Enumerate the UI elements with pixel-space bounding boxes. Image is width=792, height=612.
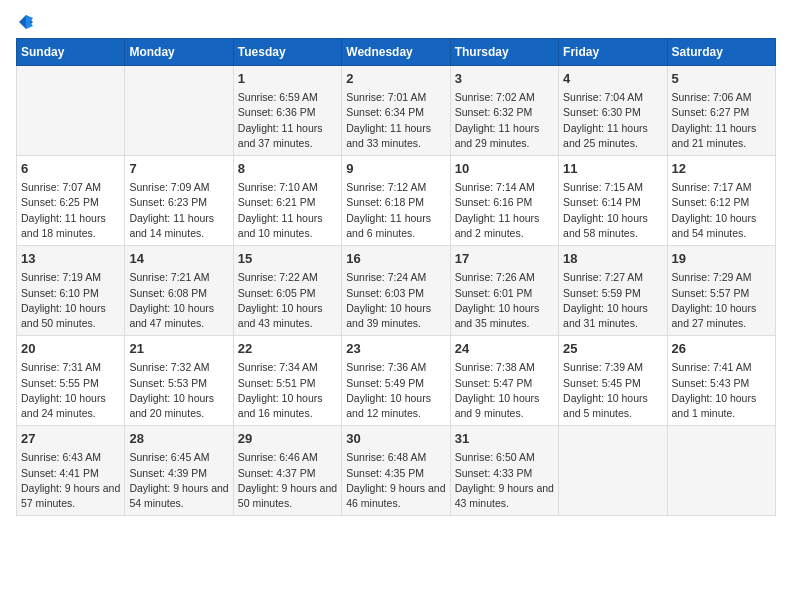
cell-content: Sunrise: 7:34 AM Sunset: 5:51 PM Dayligh… — [238, 360, 337, 421]
day-number: 7 — [129, 160, 228, 178]
calendar-cell: 4Sunrise: 7:04 AM Sunset: 6:30 PM Daylig… — [559, 66, 667, 156]
cell-content: Sunrise: 7:17 AM Sunset: 6:12 PM Dayligh… — [672, 180, 771, 241]
cell-content: Sunrise: 7:21 AM Sunset: 6:08 PM Dayligh… — [129, 270, 228, 331]
cell-content: Sunrise: 7:32 AM Sunset: 5:53 PM Dayligh… — [129, 360, 228, 421]
calendar-cell: 18Sunrise: 7:27 AM Sunset: 5:59 PM Dayli… — [559, 246, 667, 336]
calendar-cell: 11Sunrise: 7:15 AM Sunset: 6:14 PM Dayli… — [559, 156, 667, 246]
day-number: 3 — [455, 70, 554, 88]
day-number: 22 — [238, 340, 337, 358]
day-number: 20 — [21, 340, 120, 358]
calendar-week-row: 6Sunrise: 7:07 AM Sunset: 6:25 PM Daylig… — [17, 156, 776, 246]
cell-content: Sunrise: 7:01 AM Sunset: 6:34 PM Dayligh… — [346, 90, 445, 151]
day-of-week-header: Monday — [125, 39, 233, 66]
logo — [16, 16, 34, 30]
calendar-cell: 12Sunrise: 7:17 AM Sunset: 6:12 PM Dayli… — [667, 156, 775, 246]
day-number: 9 — [346, 160, 445, 178]
day-number: 21 — [129, 340, 228, 358]
calendar-week-row: 1Sunrise: 6:59 AM Sunset: 6:36 PM Daylig… — [17, 66, 776, 156]
calendar-cell: 31Sunrise: 6:50 AM Sunset: 4:33 PM Dayli… — [450, 426, 558, 516]
cell-content: Sunrise: 7:15 AM Sunset: 6:14 PM Dayligh… — [563, 180, 662, 241]
day-number: 15 — [238, 250, 337, 268]
day-number: 8 — [238, 160, 337, 178]
cell-content: Sunrise: 7:09 AM Sunset: 6:23 PM Dayligh… — [129, 180, 228, 241]
cell-content: Sunrise: 7:36 AM Sunset: 5:49 PM Dayligh… — [346, 360, 445, 421]
calendar-cell — [125, 66, 233, 156]
day-number: 5 — [672, 70, 771, 88]
cell-content: Sunrise: 7:19 AM Sunset: 6:10 PM Dayligh… — [21, 270, 120, 331]
day-number: 10 — [455, 160, 554, 178]
day-of-week-header: Friday — [559, 39, 667, 66]
cell-content: Sunrise: 7:41 AM Sunset: 5:43 PM Dayligh… — [672, 360, 771, 421]
day-number: 17 — [455, 250, 554, 268]
day-number: 24 — [455, 340, 554, 358]
calendar-cell: 9Sunrise: 7:12 AM Sunset: 6:18 PM Daylig… — [342, 156, 450, 246]
day-number: 23 — [346, 340, 445, 358]
page-header — [16, 16, 776, 30]
day-of-week-header: Thursday — [450, 39, 558, 66]
day-number: 30 — [346, 430, 445, 448]
calendar-cell: 20Sunrise: 7:31 AM Sunset: 5:55 PM Dayli… — [17, 336, 125, 426]
day-number: 13 — [21, 250, 120, 268]
calendar-cell — [667, 426, 775, 516]
day-of-week-header: Tuesday — [233, 39, 341, 66]
day-number: 31 — [455, 430, 554, 448]
cell-content: Sunrise: 7:26 AM Sunset: 6:01 PM Dayligh… — [455, 270, 554, 331]
calendar-cell: 14Sunrise: 7:21 AM Sunset: 6:08 PM Dayli… — [125, 246, 233, 336]
calendar-cell: 1Sunrise: 6:59 AM Sunset: 6:36 PM Daylig… — [233, 66, 341, 156]
cell-content: Sunrise: 7:12 AM Sunset: 6:18 PM Dayligh… — [346, 180, 445, 241]
calendar-header-row: SundayMondayTuesdayWednesdayThursdayFrid… — [17, 39, 776, 66]
day-number: 11 — [563, 160, 662, 178]
calendar-cell: 30Sunrise: 6:48 AM Sunset: 4:35 PM Dayli… — [342, 426, 450, 516]
day-number: 25 — [563, 340, 662, 358]
day-number: 4 — [563, 70, 662, 88]
day-of-week-header: Saturday — [667, 39, 775, 66]
day-number: 12 — [672, 160, 771, 178]
calendar-cell: 13Sunrise: 7:19 AM Sunset: 6:10 PM Dayli… — [17, 246, 125, 336]
day-number: 26 — [672, 340, 771, 358]
cell-content: Sunrise: 6:48 AM Sunset: 4:35 PM Dayligh… — [346, 450, 445, 511]
calendar-cell: 27Sunrise: 6:43 AM Sunset: 4:41 PM Dayli… — [17, 426, 125, 516]
cell-content: Sunrise: 6:50 AM Sunset: 4:33 PM Dayligh… — [455, 450, 554, 511]
calendar-week-row: 20Sunrise: 7:31 AM Sunset: 5:55 PM Dayli… — [17, 336, 776, 426]
cell-content: Sunrise: 7:27 AM Sunset: 5:59 PM Dayligh… — [563, 270, 662, 331]
calendar-cell: 26Sunrise: 7:41 AM Sunset: 5:43 PM Dayli… — [667, 336, 775, 426]
calendar-cell: 25Sunrise: 7:39 AM Sunset: 5:45 PM Dayli… — [559, 336, 667, 426]
calendar-cell: 5Sunrise: 7:06 AM Sunset: 6:27 PM Daylig… — [667, 66, 775, 156]
calendar-cell — [17, 66, 125, 156]
day-number: 16 — [346, 250, 445, 268]
day-number: 14 — [129, 250, 228, 268]
calendar-week-row: 13Sunrise: 7:19 AM Sunset: 6:10 PM Dayli… — [17, 246, 776, 336]
calendar-week-row: 27Sunrise: 6:43 AM Sunset: 4:41 PM Dayli… — [17, 426, 776, 516]
cell-content: Sunrise: 6:45 AM Sunset: 4:39 PM Dayligh… — [129, 450, 228, 511]
calendar-cell: 15Sunrise: 7:22 AM Sunset: 6:05 PM Dayli… — [233, 246, 341, 336]
cell-content: Sunrise: 7:38 AM Sunset: 5:47 PM Dayligh… — [455, 360, 554, 421]
day-number: 27 — [21, 430, 120, 448]
cell-content: Sunrise: 7:22 AM Sunset: 6:05 PM Dayligh… — [238, 270, 337, 331]
cell-content: Sunrise: 7:24 AM Sunset: 6:03 PM Dayligh… — [346, 270, 445, 331]
calendar-cell: 28Sunrise: 6:45 AM Sunset: 4:39 PM Dayli… — [125, 426, 233, 516]
calendar-cell: 7Sunrise: 7:09 AM Sunset: 6:23 PM Daylig… — [125, 156, 233, 246]
calendar-cell: 24Sunrise: 7:38 AM Sunset: 5:47 PM Dayli… — [450, 336, 558, 426]
day-number: 19 — [672, 250, 771, 268]
day-number: 2 — [346, 70, 445, 88]
cell-content: Sunrise: 7:10 AM Sunset: 6:21 PM Dayligh… — [238, 180, 337, 241]
cell-content: Sunrise: 7:29 AM Sunset: 5:57 PM Dayligh… — [672, 270, 771, 331]
calendar-cell: 16Sunrise: 7:24 AM Sunset: 6:03 PM Dayli… — [342, 246, 450, 336]
cell-content: Sunrise: 7:02 AM Sunset: 6:32 PM Dayligh… — [455, 90, 554, 151]
cell-content: Sunrise: 7:06 AM Sunset: 6:27 PM Dayligh… — [672, 90, 771, 151]
calendar-table: SundayMondayTuesdayWednesdayThursdayFrid… — [16, 38, 776, 516]
calendar-cell: 22Sunrise: 7:34 AM Sunset: 5:51 PM Dayli… — [233, 336, 341, 426]
calendar-cell: 10Sunrise: 7:14 AM Sunset: 6:16 PM Dayli… — [450, 156, 558, 246]
cell-content: Sunrise: 6:43 AM Sunset: 4:41 PM Dayligh… — [21, 450, 120, 511]
calendar-cell: 17Sunrise: 7:26 AM Sunset: 6:01 PM Dayli… — [450, 246, 558, 336]
cell-content: Sunrise: 7:04 AM Sunset: 6:30 PM Dayligh… — [563, 90, 662, 151]
cell-content: Sunrise: 6:46 AM Sunset: 4:37 PM Dayligh… — [238, 450, 337, 511]
day-of-week-header: Sunday — [17, 39, 125, 66]
calendar-cell: 3Sunrise: 7:02 AM Sunset: 6:32 PM Daylig… — [450, 66, 558, 156]
calendar-cell: 8Sunrise: 7:10 AM Sunset: 6:21 PM Daylig… — [233, 156, 341, 246]
day-number: 29 — [238, 430, 337, 448]
cell-content: Sunrise: 7:07 AM Sunset: 6:25 PM Dayligh… — [21, 180, 120, 241]
calendar-cell: 6Sunrise: 7:07 AM Sunset: 6:25 PM Daylig… — [17, 156, 125, 246]
cell-content: Sunrise: 6:59 AM Sunset: 6:36 PM Dayligh… — [238, 90, 337, 151]
cell-content: Sunrise: 7:14 AM Sunset: 6:16 PM Dayligh… — [455, 180, 554, 241]
